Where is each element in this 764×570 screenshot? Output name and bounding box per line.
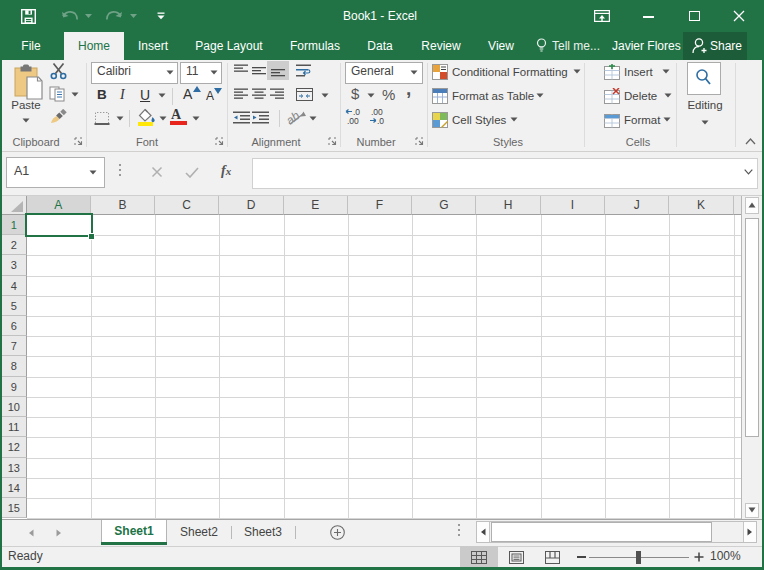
svg-text:.00: .00 [347,116,359,125]
svg-text:.0: .0 [377,116,384,125]
